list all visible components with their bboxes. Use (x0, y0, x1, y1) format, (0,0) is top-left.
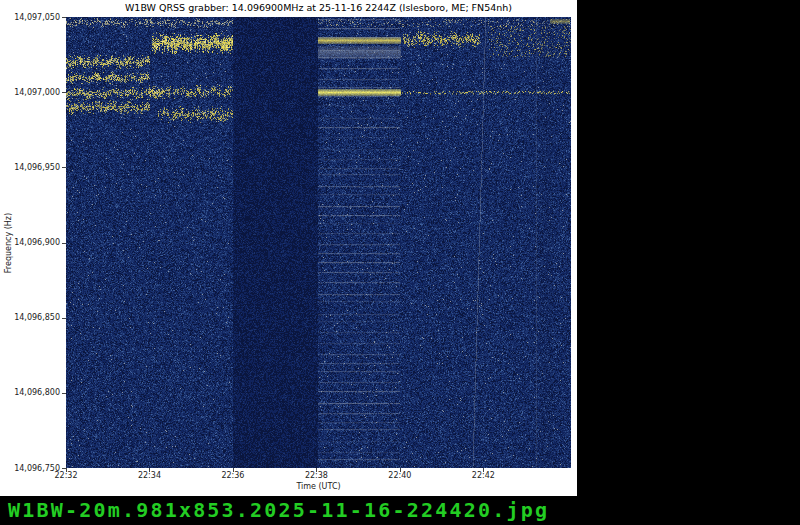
y-tick-mark (62, 167, 66, 168)
x-tick-label: 22:40 (378, 471, 422, 480)
x-tick-label: 22:32 (44, 471, 88, 480)
x-tick-label: 22:36 (211, 471, 255, 480)
status-bar: W1BW-20m.981x853.2025-11-16-224420.jpg (0, 496, 800, 525)
qrss-grabber-screenshot: W1BW QRSS grabber: 14.096900MHz at 25-11… (0, 0, 800, 525)
spectrogram-card: W1BW QRSS grabber: 14.096900MHz at 25-11… (0, 0, 577, 496)
y-tick-mark (62, 393, 66, 394)
x-tick-mark (483, 468, 484, 472)
chart-title: W1BW QRSS grabber: 14.096900MHz at 25-11… (66, 2, 571, 13)
x-tick-mark (316, 468, 317, 472)
x-tick-label: 22:42 (461, 471, 505, 480)
x-tick-mark (149, 468, 150, 472)
y-tick-label: 14,097,000 (0, 88, 60, 97)
y-tick-label: 14,096,900 (0, 238, 60, 247)
x-axis-title: Time (UTC) (66, 482, 571, 491)
y-tick-mark (62, 243, 66, 244)
y-tick-mark (62, 318, 66, 319)
y-tick-label: 14,097,050 (0, 13, 60, 22)
x-tick-label: 22:38 (294, 471, 338, 480)
y-tick-label: 14,096,950 (0, 163, 60, 172)
spectrogram-canvas (66, 17, 571, 468)
y-tick-mark (62, 17, 66, 18)
image-filename: W1BW-20m.981x853.2025-11-16-224420.jpg (8, 498, 549, 522)
x-tick-label: 22:34 (127, 471, 171, 480)
y-tick-label: 14,096,850 (0, 313, 60, 322)
x-tick-mark (233, 468, 234, 472)
y-tick-mark (62, 92, 66, 93)
y-tick-label: 14,096,800 (0, 388, 60, 397)
x-tick-mark (66, 468, 67, 472)
x-tick-mark (400, 468, 401, 472)
